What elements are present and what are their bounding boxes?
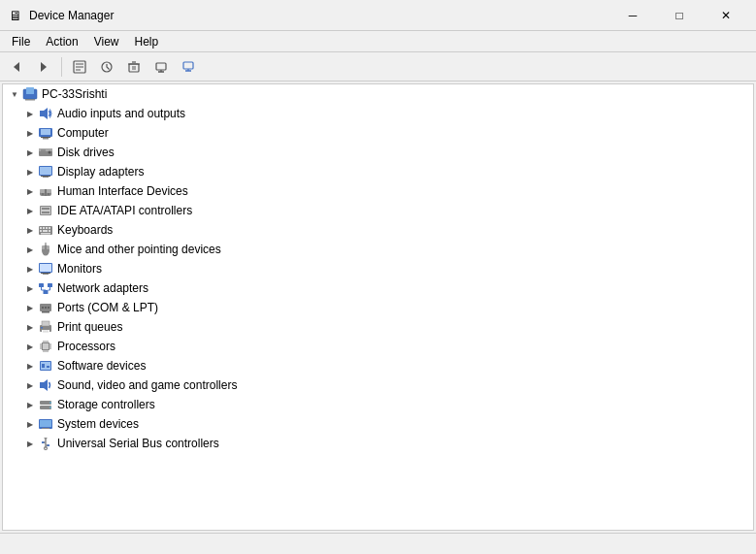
sound-expand-icon[interactable]: ▶ <box>22 377 38 393</box>
svg-marker-98 <box>40 379 48 391</box>
tree-item-print[interactable]: ▶ Print queues <box>3 317 753 337</box>
display-expand-icon[interactable]: ▶ <box>22 164 38 179</box>
disk-expand-icon[interactable]: ▶ <box>22 145 38 160</box>
svg-rect-20 <box>25 99 35 101</box>
display-button[interactable] <box>176 55 201 79</box>
system-expand-icon[interactable]: ▶ <box>22 416 38 432</box>
tree-item-audio[interactable]: ▶ Audio inputs and outputs <box>3 104 753 123</box>
processors-label: Processors <box>57 337 115 356</box>
tree-item-display[interactable]: ▶ Display adapters <box>3 162 753 181</box>
tree-root[interactable]: ▼ PC-33Srishti <box>3 84 753 104</box>
window-controls: ─ □ ✕ <box>610 2 748 29</box>
tree-item-monitors[interactable]: ▶ Monitors <box>3 259 753 278</box>
minimize-button[interactable]: ─ <box>610 2 655 29</box>
tree-item-ide[interactable]: ▶ IDE ATA/ATAPI controllers <box>3 201 753 220</box>
audio-expand-icon[interactable]: ▶ <box>22 106 38 121</box>
svg-rect-55 <box>47 245 50 249</box>
network-expand-icon[interactable]: ▶ <box>22 280 38 296</box>
hid-label: Human Interface Devices <box>57 181 188 201</box>
hid-icon <box>38 183 53 199</box>
processors-expand-icon[interactable]: ▶ <box>22 339 38 354</box>
menu-view[interactable]: View <box>86 33 127 50</box>
hid-expand-icon[interactable]: ▶ <box>22 183 38 199</box>
tree-item-sound[interactable]: ▶ Sound, video and game controllers <box>3 375 753 395</box>
keyboard-icon <box>38 222 53 238</box>
main-area: ▼ PC-33Srishti ▶ Audio inputs and ou <box>0 81 756 533</box>
network-label: Network adapters <box>57 278 148 298</box>
svg-rect-47 <box>46 227 48 229</box>
software-label: Software devices <box>57 356 146 375</box>
forward-button[interactable] <box>31 55 56 79</box>
tree-item-system[interactable]: ▶ System devices <box>3 414 753 434</box>
svg-rect-51 <box>49 230 50 232</box>
root-expand-icon[interactable]: ▼ <box>7 86 22 102</box>
svg-point-72 <box>48 307 49 309</box>
menu-action[interactable]: Action <box>38 33 85 50</box>
software-expand-icon[interactable]: ▶ <box>22 358 38 374</box>
tree-item-storage[interactable]: ▶ Storage controllers <box>3 395 753 414</box>
svg-point-39 <box>48 193 49 195</box>
computer-label: Computer <box>57 123 109 143</box>
menu-bar: File Action View Help <box>0 31 756 52</box>
tree-item-processors[interactable]: ▶ Proces <box>3 337 753 356</box>
usb-expand-icon[interactable]: ▶ <box>22 436 38 451</box>
ide-icon <box>38 203 53 218</box>
network-icon <box>38 280 53 296</box>
display-icon <box>38 164 53 179</box>
mice-expand-icon[interactable]: ▶ <box>22 242 38 257</box>
monitors-icon <box>38 261 53 277</box>
usb-label: Universal Serial Bus controllers <box>57 434 219 453</box>
svg-rect-81 <box>43 343 49 349</box>
svg-rect-15 <box>183 62 193 69</box>
tree-item-network[interactable]: ▶ Network adapters <box>3 278 753 298</box>
tree-item-mice[interactable]: ▶ Mice and other pointing devices <box>3 240 753 259</box>
usb-icon <box>38 436 53 451</box>
window-title: Device Manager <box>29 9 114 22</box>
scan-button[interactable] <box>148 55 174 79</box>
disk-icon <box>38 145 53 160</box>
update-driver-button[interactable] <box>94 55 119 79</box>
ports-expand-icon[interactable]: ▶ <box>22 300 38 315</box>
tree-item-keyboard[interactable]: ▶ Keyboards <box>3 220 753 240</box>
device-tree[interactable]: ▼ PC-33Srishti ▶ Audio inputs and ou <box>2 83 754 531</box>
menu-help[interactable]: Help <box>127 33 167 50</box>
svg-rect-54 <box>42 245 46 249</box>
keyboard-expand-icon[interactable]: ▶ <box>22 222 38 238</box>
mice-icon <box>38 242 53 257</box>
tree-item-ports[interactable]: ▶ Ports (COM & LPT) <box>3 298 753 317</box>
computer-expand-icon[interactable]: ▶ <box>22 125 38 141</box>
monitors-expand-icon[interactable]: ▶ <box>22 261 38 277</box>
svg-rect-61 <box>41 273 50 274</box>
close-button[interactable]: ✕ <box>704 2 748 29</box>
svg-point-70 <box>42 307 44 309</box>
svg-rect-42 <box>42 208 49 210</box>
maximize-button[interactable]: □ <box>657 2 702 29</box>
tree-item-usb[interactable]: ▶ Universal Serial Bus controllers <box>3 434 753 453</box>
toolbar-separator-1 <box>61 57 62 77</box>
uninstall-button[interactable] <box>121 55 147 79</box>
svg-rect-48 <box>49 227 50 229</box>
tree-item-hid[interactable]: ▶ Human Interface Devices <box>3 181 753 201</box>
ide-expand-icon[interactable]: ▶ <box>22 203 38 218</box>
svg-rect-31 <box>40 167 51 175</box>
svg-rect-56 <box>46 245 47 249</box>
storage-expand-icon[interactable]: ▶ <box>22 397 38 412</box>
svg-rect-77 <box>41 327 43 329</box>
svg-rect-104 <box>40 420 51 427</box>
tree-item-software[interactable]: ▶ Software devices <box>3 356 753 375</box>
svg-rect-32 <box>43 177 49 178</box>
back-button[interactable] <box>4 55 29 79</box>
status-bar <box>0 533 756 554</box>
tree-item-disk[interactable]: ▶ Disk drives <box>3 143 753 162</box>
svg-rect-73 <box>42 311 49 313</box>
properties-button[interactable] <box>67 55 92 79</box>
computer-icon <box>38 125 53 141</box>
svg-point-101 <box>49 402 51 404</box>
print-expand-icon[interactable]: ▶ <box>22 319 38 335</box>
tree-item-computer[interactable]: ▶ Computer <box>3 123 753 143</box>
menu-file[interactable]: File <box>4 33 38 50</box>
svg-rect-64 <box>44 290 49 294</box>
svg-rect-63 <box>48 283 52 287</box>
svg-rect-46 <box>43 227 45 229</box>
ports-icon <box>38 300 53 315</box>
